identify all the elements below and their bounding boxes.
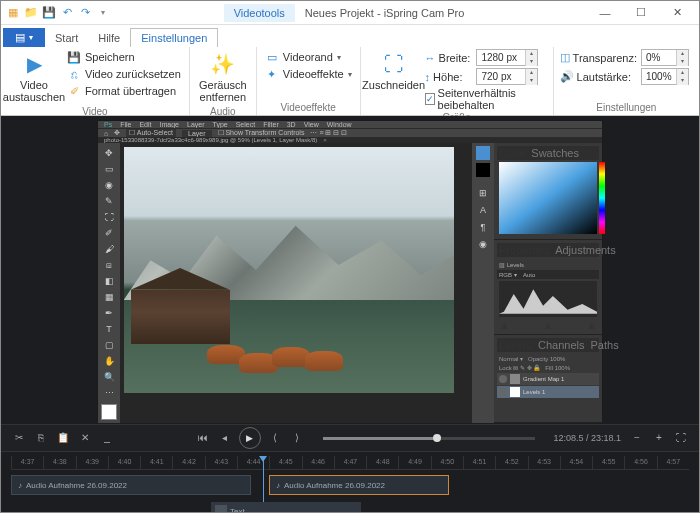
play-button[interactable]: ▶ bbox=[239, 427, 261, 449]
ps-panel-icon[interactable]: ¶ bbox=[476, 220, 490, 234]
video-austauschen-button[interactable]: ▶ Video austauschen bbox=[7, 49, 61, 105]
scrub-bar[interactable] bbox=[323, 437, 536, 440]
ps-menu-view[interactable]: View bbox=[304, 121, 319, 128]
audio-clip-selected[interactable]: ♪Audio Aufnahme 26.09.2022 bbox=[269, 475, 449, 495]
swatch-black[interactable] bbox=[476, 163, 490, 177]
width-icon: ↔ bbox=[425, 52, 436, 64]
height-icon: ↕ bbox=[425, 71, 431, 83]
ps-menu-layer[interactable]: Layer bbox=[187, 121, 205, 128]
ps-menu-select[interactable]: Select bbox=[236, 121, 255, 128]
ps-more-icon[interactable]: ⋯ bbox=[102, 386, 116, 400]
ps-panel-icon[interactable]: A bbox=[476, 203, 490, 217]
ps-gradient-tool[interactable]: ▦ bbox=[102, 290, 116, 304]
qat-dropdown-icon[interactable]: ▾ bbox=[95, 5, 111, 21]
delete-button[interactable]: ✕ bbox=[77, 430, 93, 446]
minimize-button[interactable]: — bbox=[587, 1, 623, 25]
format-painter-icon: ✐ bbox=[67, 84, 81, 98]
ps-menu-image[interactable]: Image bbox=[160, 121, 179, 128]
maximize-button[interactable]: ☐ bbox=[623, 1, 659, 25]
ps-zoom-tool[interactable]: 🔍 bbox=[102, 370, 116, 384]
ps-shape-tool[interactable]: ▢ bbox=[102, 338, 116, 352]
music-note-icon: ♪ bbox=[18, 481, 22, 490]
prev-frame-button[interactable]: ◂ bbox=[217, 430, 233, 446]
text-clip[interactable]: Text bbox=[211, 502, 361, 512]
zoom-out-button[interactable]: − bbox=[629, 430, 645, 446]
ps-eraser-tool[interactable]: ◧ bbox=[102, 274, 116, 288]
speichern-button[interactable]: 💾Speichern bbox=[65, 49, 183, 65]
ps-brush-tool[interactable]: 🖌 bbox=[102, 242, 116, 256]
copy-button[interactable]: ⎘ bbox=[33, 430, 49, 446]
eye-icon[interactable] bbox=[499, 388, 507, 396]
ps-hue-slider[interactable] bbox=[599, 162, 605, 234]
swatch-blue[interactable] bbox=[476, 146, 490, 160]
skip-start-button[interactable]: ⏮ bbox=[195, 430, 211, 446]
videoeffekte-button[interactable]: ✦Videoeffekte▾ bbox=[263, 66, 354, 82]
ps-foreground-color[interactable] bbox=[101, 404, 117, 420]
zoom-fit-button[interactable]: ⛶ bbox=[673, 430, 689, 446]
ps-panel-icon[interactable]: ⊞ bbox=[476, 186, 490, 200]
hohe-input[interactable]: 720 px▴▾ bbox=[476, 68, 538, 85]
open-icon[interactable]: 📁 bbox=[23, 5, 39, 21]
ps-layer-row[interactable]: Gradient Map 1 bbox=[497, 373, 599, 385]
ps-marquee-tool[interactable]: ▭ bbox=[102, 162, 116, 176]
step-back-button[interactable]: ⟨ bbox=[267, 430, 283, 446]
audio-track[interactable]: ♪Audio Aufnahme 26.09.2022 ♪Audio Aufnah… bbox=[11, 474, 689, 496]
ps-menu-edit[interactable]: Edit bbox=[139, 121, 151, 128]
tab-einstellungen[interactable]: Einstellungen bbox=[130, 28, 218, 47]
ps-eyedropper-tool[interactable]: ✐ bbox=[102, 226, 116, 240]
ps-move-tool[interactable]: ✥ bbox=[102, 146, 116, 160]
embedded-photoshop-window: Ps File Edit Image Layer Type Select Fil… bbox=[97, 120, 603, 418]
format-ubertragen-button[interactable]: ✐Format übertragen bbox=[65, 83, 183, 99]
ps-canvas[interactable] bbox=[120, 143, 472, 423]
save-icon[interactable]: 💾 bbox=[41, 5, 57, 21]
audio-clip[interactable]: ♪Audio Aufnahme 26.09.2022 bbox=[11, 475, 251, 495]
cut-button[interactable]: ✂ bbox=[11, 430, 27, 446]
ps-pen-tool[interactable]: ✒ bbox=[102, 306, 116, 320]
ps-properties-panel: PropertiesAdjustments ▥ Levels RGB ▾ Aut… bbox=[494, 240, 602, 335]
paste-button[interactable]: 📋 bbox=[55, 430, 71, 446]
ps-crop-tool[interactable]: ⛶ bbox=[102, 210, 116, 224]
new-icon[interactable]: ▦ bbox=[5, 5, 21, 21]
group-label: Einstellungen bbox=[560, 101, 693, 113]
tab-hilfe[interactable]: Hilfe bbox=[88, 29, 130, 47]
step-fwd-button[interactable]: ⟩ bbox=[289, 430, 305, 446]
ribbon-group-videoeffekte: ▭Videorand▾ ✦Videoeffekte▾ Videoeffekte bbox=[257, 47, 361, 115]
zuschneiden-button[interactable]: ⛶ Zuschneiden bbox=[367, 49, 421, 93]
label: Zuschneiden bbox=[362, 79, 425, 91]
eye-icon[interactable] bbox=[499, 375, 507, 383]
ps-layer-row[interactable]: Levels 1 bbox=[497, 386, 599, 398]
ps-histogram[interactable] bbox=[499, 281, 597, 317]
breite-input[interactable]: 1280 px▴▾ bbox=[476, 49, 538, 66]
gerausch-entfernen-button[interactable]: ✨ Geräusch entfernen bbox=[196, 49, 250, 105]
redo-icon[interactable]: ↷ bbox=[77, 5, 93, 21]
ps-text-tool[interactable]: T bbox=[102, 322, 116, 336]
ps-hand-tool[interactable]: ✋ bbox=[102, 354, 116, 368]
ps-menu-type[interactable]: Type bbox=[213, 121, 228, 128]
ps-home-icon[interactable]: ⌂ bbox=[104, 130, 108, 137]
lautstarke-input[interactable]: 100%▴▾ bbox=[641, 68, 689, 85]
ps-menu-3d[interactable]: 3D bbox=[287, 121, 296, 128]
ps-wand-tool[interactable]: ✎ bbox=[102, 194, 116, 208]
ratio-checkbox[interactable]: ✓ bbox=[425, 93, 435, 105]
close-button[interactable]: ✕ bbox=[659, 1, 695, 25]
ps-layers-panel: LayersChannelsPaths Normal ▾ Opacity 100… bbox=[494, 335, 602, 423]
undo-icon[interactable]: ↶ bbox=[59, 5, 75, 21]
file-menu-button[interactable]: ▤▾ bbox=[3, 28, 45, 47]
text-track[interactable]: Text bbox=[11, 500, 689, 512]
ps-menu-file[interactable]: File bbox=[120, 121, 131, 128]
split-button[interactable]: ⎯ bbox=[99, 430, 115, 446]
label: Video austauschen bbox=[3, 79, 65, 103]
zoom-in-button[interactable]: + bbox=[651, 430, 667, 446]
ps-color-picker[interactable] bbox=[499, 162, 597, 234]
tab-start[interactable]: Start bbox=[45, 29, 88, 47]
timeline-ruler[interactable]: 4:37 4:38 4:39 4:40 4:41 4:42 4:43 4:44 … bbox=[11, 456, 689, 470]
save-icon: 💾 bbox=[67, 50, 81, 64]
ps-menu-filter[interactable]: Filter bbox=[263, 121, 279, 128]
ps-panel-icon[interactable]: ◉ bbox=[476, 237, 490, 251]
transparenz-input[interactable]: 0%▴▾ bbox=[641, 49, 689, 66]
videorand-button[interactable]: ▭Videorand▾ bbox=[263, 49, 354, 65]
ps-lasso-tool[interactable]: ◉ bbox=[102, 178, 116, 192]
ps-menu-window[interactable]: Window bbox=[327, 121, 352, 128]
ps-stamp-tool[interactable]: ⧇ bbox=[102, 258, 116, 272]
video-zurucksetzen-button[interactable]: ⎌Video zurücksetzen bbox=[65, 66, 183, 82]
